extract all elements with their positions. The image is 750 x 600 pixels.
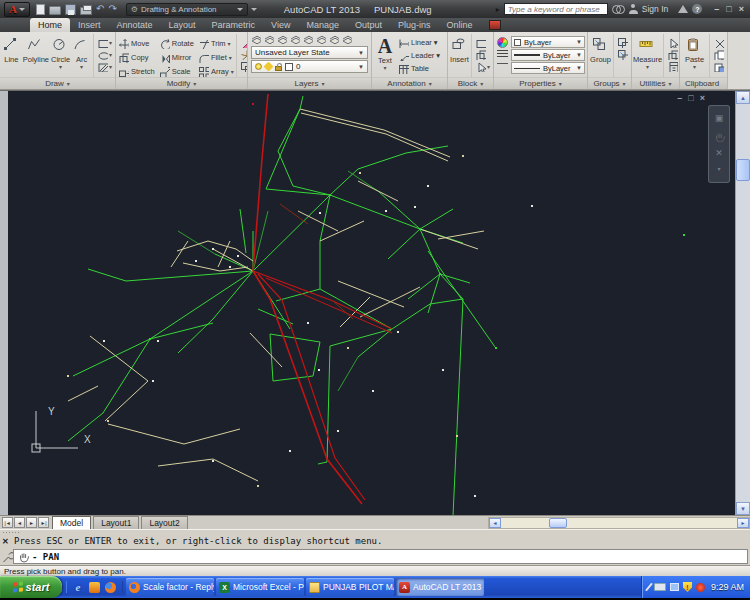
drawing-canvas[interactable]: Y X –□× ▣ ✕ ▾ xyxy=(8,91,735,516)
pencil-tray-icon[interactable] xyxy=(645,583,653,592)
command-input-line[interactable]: - PAN xyxy=(13,549,748,564)
group-tool[interactable]: Group xyxy=(590,34,611,77)
mirror-tool[interactable]: Mirror xyxy=(159,50,194,64)
first-tab-icon[interactable]: |◄ xyxy=(2,517,13,528)
block-attribute-icon[interactable]: ▾ xyxy=(475,61,490,72)
scroll-right-icon[interactable]: ► xyxy=(737,518,749,528)
panel-label-modify[interactable]: Modify xyxy=(116,77,247,89)
doc-restore-button[interactable]: □ xyxy=(688,93,699,103)
taskbar-button-firefox[interactable]: Scale factor - Reply t... xyxy=(126,578,214,596)
text-tool[interactable]: AText▾ xyxy=(374,34,396,77)
copy-clip-icon[interactable] xyxy=(713,49,724,60)
ellipse-tool[interactable]: ▾ xyxy=(97,49,112,60)
scale-tool[interactable]: Scale xyxy=(159,64,194,77)
keyboard-tray-icon[interactable] xyxy=(654,583,666,591)
ribbon-tab-home[interactable]: Home xyxy=(30,18,70,32)
plot-icon[interactable] xyxy=(80,7,92,15)
doc-close-button[interactable]: × xyxy=(700,93,711,103)
close-button[interactable]: × xyxy=(739,4,744,14)
network-tray-icon[interactable] xyxy=(670,583,679,591)
ribbon-tab-output[interactable]: Output xyxy=(347,18,390,32)
ungroup-icon[interactable] xyxy=(617,37,628,48)
application-menu-button[interactable]: A xyxy=(4,2,30,17)
tab-model[interactable]: Model xyxy=(52,516,91,529)
tab-layout2[interactable]: Layout2 xyxy=(141,516,187,529)
leader-tool[interactable]: Leader▾ xyxy=(398,49,440,62)
cut-icon[interactable] xyxy=(713,37,724,48)
sign-in-link[interactable]: Sign In xyxy=(642,4,668,14)
orange-app-icon[interactable] xyxy=(89,582,100,593)
move-tool[interactable]: Move xyxy=(118,36,155,50)
firefox-icon[interactable] xyxy=(105,582,116,593)
layer-tool-icon[interactable] xyxy=(289,33,300,44)
object-color-dropdown[interactable]: ByLayer▼ xyxy=(511,36,585,48)
internet-explorer-icon[interactable]: e xyxy=(72,581,84,593)
polyline-tool[interactable]: Polyline xyxy=(23,34,49,77)
vertical-scrollbar[interactable]: ▲ ▼ xyxy=(735,91,750,515)
linear-dimension-tool[interactable]: Linear▾ xyxy=(398,36,440,49)
stretch-tool[interactable]: Stretch xyxy=(118,64,155,77)
panel-label-utilities[interactable]: Utilities xyxy=(632,77,679,89)
layer-tool-icon[interactable] xyxy=(276,33,287,44)
layer-tool-icon[interactable] xyxy=(341,33,352,44)
navigation-bar[interactable]: ▣ ✕ ▾ xyxy=(708,105,730,183)
explode-icon[interactable] xyxy=(240,49,247,60)
redo-icon[interactable]: ↷ xyxy=(108,4,116,14)
tab-layout1[interactable]: Layout1 xyxy=(93,516,139,529)
erase-icon[interactable] xyxy=(240,37,247,48)
layer-state-dropdown[interactable]: Unsaved Layer State▼ xyxy=(251,46,368,59)
next-tab-icon[interactable]: ► xyxy=(26,517,37,528)
taskbar-button-folder[interactable]: PUNJAB PILOT MAP xyxy=(306,578,394,596)
scroll-left-icon[interactable]: ◄ xyxy=(489,518,501,528)
new-file-icon[interactable] xyxy=(36,4,45,15)
fillet-tool[interactable]: Fillet▾ xyxy=(198,50,234,64)
full-navigation-icon[interactable]: ▣ xyxy=(715,114,724,123)
measure-tool[interactable]: Measure▾ xyxy=(634,34,661,77)
color-wheel-icon[interactable] xyxy=(497,37,508,48)
last-tab-icon[interactable]: ►| xyxy=(38,517,49,528)
paste-tool[interactable]: Paste▾ xyxy=(682,34,707,77)
taskbar-button-excel[interactable]: XMicrosoft Excel - Punj... xyxy=(216,578,304,596)
command-window-grip[interactable] xyxy=(2,531,20,535)
command-close-icon[interactable]: ✕ xyxy=(2,537,9,546)
group-edit-icon[interactable] xyxy=(617,49,628,60)
ribbon-tab-online[interactable]: Online xyxy=(439,18,481,32)
restore-button[interactable]: □ xyxy=(726,4,731,14)
help-icon[interactable]: ? xyxy=(692,4,702,14)
command-window[interactable]: ✕ Press ESC or ENTER to exit, or right-c… xyxy=(0,529,750,565)
rotate-tool[interactable]: Rotate xyxy=(159,36,194,50)
navbar-more-icon[interactable]: ▾ xyxy=(717,165,720,174)
create-block-icon[interactable] xyxy=(475,37,490,48)
prev-tab-icon[interactable]: ◄ xyxy=(14,517,25,528)
layer-tool-icon[interactable] xyxy=(328,33,339,44)
start-button[interactable]: start xyxy=(0,576,62,598)
panel-label-groups[interactable]: Groups xyxy=(588,77,631,89)
security-shield-icon[interactable]: ! xyxy=(683,582,692,592)
search-history-icon[interactable]: ▸ xyxy=(496,5,500,14)
lineweight-dropdown[interactable]: ByLayer▼ xyxy=(511,49,585,61)
layer-dropdown[interactable]: 0 ▼ xyxy=(251,60,368,73)
layer-tool-icon[interactable] xyxy=(302,33,313,44)
circle-tool[interactable]: Circle▾ xyxy=(51,34,70,77)
doc-minimize-button[interactable]: – xyxy=(677,93,688,103)
linetype-icon[interactable] xyxy=(497,61,508,68)
copy-base-point-icon[interactable] xyxy=(713,61,724,72)
ribbon-tab-parametric[interactable]: Parametric xyxy=(204,18,264,32)
paste-special-icon[interactable] xyxy=(667,37,678,48)
insert-block-tool[interactable]: Insert xyxy=(450,34,469,77)
taskbar-button-autocad[interactable]: AAutoCAD LT 2013 - [... xyxy=(396,578,484,596)
scroll-up-icon[interactable]: ▲ xyxy=(736,91,750,104)
vertical-scroll-thumb[interactable] xyxy=(736,159,750,181)
pan-icon[interactable] xyxy=(713,130,725,142)
layer-tool-icon[interactable] xyxy=(263,33,274,44)
search-icon[interactable] xyxy=(612,5,625,13)
scroll-down-icon[interactable]: ▼ xyxy=(736,502,750,515)
ribbon-tab-layout[interactable]: Layout xyxy=(161,18,204,32)
workspace-switcher[interactable]: ⚙ Drafting & Annotation xyxy=(126,3,248,16)
quick-select-icon[interactable] xyxy=(667,49,678,60)
qat-customize-icon[interactable] xyxy=(251,8,257,11)
command-customize-icon[interactable] xyxy=(1,550,13,562)
ribbon-tab-view[interactable]: View xyxy=(263,18,298,32)
save-icon[interactable] xyxy=(65,4,76,15)
horizontal-scroll-thumb[interactable] xyxy=(549,518,567,528)
